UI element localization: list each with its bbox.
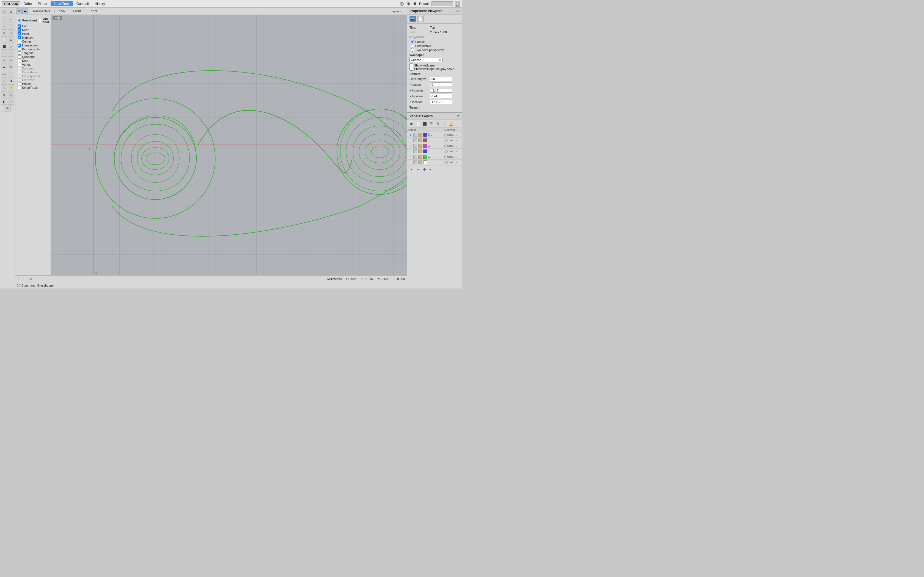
add-layer-btn[interactable]: + — [409, 166, 414, 172]
play-btn[interactable] — [399, 2, 404, 6]
grid-snap-btn[interactable]: Grid Snap — [2, 2, 20, 6]
zoom-out-btn[interactable]: − — [23, 277, 25, 280]
cplane-tool[interactable]: ⊕ — [1, 91, 7, 98]
solid-tool[interactable]: ⬛ — [1, 43, 7, 50]
layer-cube-icon[interactable]: ⬛ — [422, 121, 428, 127]
line-tool[interactable]: / — [8, 16, 14, 22]
lens-input[interactable] — [430, 77, 452, 81]
layer-row[interactable]: ○ L... ◯ Conti... ⬩ — [407, 143, 462, 149]
prop-icon-camera[interactable]: 📷 — [409, 16, 416, 22]
pan-tool[interactable]: ✋ — [8, 84, 14, 91]
layer-row[interactable]: ○ L... ◯ Conti... ⬩ — [407, 160, 462, 165]
show-wallpaper-check[interactable] — [409, 63, 413, 67]
record-btn[interactable] — [406, 2, 411, 6]
zoom-in-btn[interactable]: + — [17, 277, 19, 280]
rectangle-tool[interactable]: ▭ — [1, 29, 7, 36]
snap-knot-check[interactable] — [18, 59, 21, 62]
one-shot-radio[interactable] — [38, 19, 42, 22]
dimension-tool[interactable]: ⟺ — [1, 71, 7, 77]
text-tool[interactable]: T — [8, 71, 14, 77]
layer-row[interactable]: ○ L... ◯ Conti... ⬩ — [407, 149, 462, 154]
offset-tool[interactable]: ⊂ — [8, 50, 14, 56]
ortho-btn[interactable]: Ortho — [21, 2, 35, 6]
viewport-single-layout-btn[interactable]: ▬ — [22, 8, 28, 14]
layer-bell-icon[interactable]: 🔔 — [448, 121, 454, 127]
surface-tool[interactable]: ⬜ — [1, 36, 7, 43]
transform-tool[interactable]: ⤢ — [8, 43, 14, 50]
mesh-tool[interactable]: ⊞ — [8, 36, 14, 43]
snap-end-check[interactable] — [18, 24, 21, 28]
curve-tool[interactable]: ⌒ — [1, 16, 7, 22]
layouts-btn[interactable]: Layouts... — [388, 9, 406, 13]
select-tool[interactable]: ↖ — [1, 9, 7, 15]
radio-parallel-input[interactable] — [410, 40, 414, 44]
mirror-tool[interactable]: ⇌ — [1, 64, 7, 70]
trim-tool[interactable]: ✂ — [1, 57, 7, 63]
prop-icon-document[interactable]: 📄 — [417, 16, 424, 22]
layer-help-icon[interactable]: ? — [441, 121, 447, 127]
zoom-tool[interactable]: 🔍 — [1, 84, 7, 91]
arc-tool[interactable]: ◜ — [8, 23, 14, 29]
snap-center-check[interactable] — [18, 40, 21, 43]
zoom-settings-btn[interactable]: ⚙ — [30, 277, 32, 280]
point-tool[interactable]: ·⊕ — [8, 9, 14, 15]
cplane-display[interactable]: CPlane — [346, 277, 356, 280]
snap-tangent-check[interactable] — [18, 52, 21, 55]
viewport-grid-layout-btn[interactable]: ⊞ — [16, 8, 22, 14]
snap-on-poly-check[interactable] — [18, 74, 21, 78]
show-gray-check[interactable] — [409, 67, 413, 71]
layer-table-icon[interactable]: ☰ — [428, 121, 434, 127]
snap-on-mesh-check[interactable] — [18, 78, 21, 82]
snap-tool[interactable]: 🔒 — [8, 91, 14, 98]
snap-on-surface-check[interactable] — [18, 71, 21, 74]
rotation-input[interactable] — [430, 82, 452, 87]
fillet-tool[interactable]: ⌒ — [1, 50, 7, 56]
snap-near-check[interactable] — [18, 28, 21, 32]
snap-intersection-check[interactable] — [18, 44, 21, 47]
tab-front[interactable]: Front — [70, 9, 84, 14]
snap-on-curve-check[interactable] — [18, 67, 21, 70]
z-location-input[interactable] — [430, 100, 452, 104]
radio-two-point-input[interactable] — [410, 48, 414, 52]
radio-perspective-input[interactable] — [410, 44, 414, 48]
stop-btn[interactable] — [412, 2, 417, 6]
snap-vertex-check[interactable] — [18, 63, 21, 66]
extend-tool[interactable]: → — [8, 57, 14, 63]
tab-top[interactable]: Top — [55, 9, 68, 14]
gumball-btn[interactable]: Gumball — [74, 2, 92, 6]
remove-layer-btn[interactable]: − — [415, 166, 421, 172]
persistent-radio[interactable] — [18, 19, 21, 22]
layer-settings-btn[interactable]: ⚙ — [422, 166, 428, 172]
array-tool[interactable]: ⊞ — [8, 64, 14, 70]
layer-tool[interactable]: ◧ — [1, 98, 7, 105]
layer-row[interactable]: ● D... ◯ Conti... ⬩ — [407, 132, 462, 138]
snap-project-check[interactable] — [18, 82, 21, 85]
tab-right[interactable]: Right — [86, 9, 100, 14]
circle-tool[interactable]: ○ — [1, 23, 7, 29]
snap-point-check[interactable] — [18, 32, 21, 35]
planar-btn[interactable]: Planar — [35, 2, 50, 6]
layer-doc-icon[interactable]: 📄 — [415, 121, 421, 127]
layers-gear-icon[interactable]: ⚙ — [456, 114, 460, 118]
properties-gear-icon[interactable]: ⚙ — [456, 9, 460, 13]
layer-row[interactable]: ○ L... ◯ Conti... ⬩ — [407, 138, 462, 143]
layer-monitor-icon[interactable]: 🖥 — [435, 121, 441, 127]
wallpaper-select[interactable]: Choose... — [409, 58, 443, 62]
default-dropdown[interactable] — [431, 2, 453, 6]
visibility-tool[interactable]: ○ — [8, 98, 14, 105]
snap-smarttrack-check[interactable] — [18, 86, 21, 89]
history-btn[interactable]: History — [92, 2, 108, 6]
y-location-input[interactable] — [430, 94, 452, 98]
move-tool-2[interactable]: ✛ — [4, 105, 11, 111]
tab-perspective[interactable]: Perspective — [30, 9, 53, 14]
analyze-tool[interactable]: 📐 — [1, 77, 7, 84]
smarttrack-btn[interactable]: SmartTrack — [51, 2, 73, 6]
x-location-input[interactable] — [430, 88, 452, 93]
viewport-canvas[interactable]: Top — [51, 15, 407, 275]
render-tool[interactable]: ◑ — [8, 77, 14, 84]
layer-row[interactable]: ○ L... ◯ Conti... ⬩ — [407, 154, 462, 160]
expand-btn[interactable]: ⛶ — [455, 1, 460, 6]
snap-perp-check[interactable] — [18, 48, 21, 51]
polygon-tool[interactable]: ⬡ — [8, 29, 14, 36]
snap-midpoint-check[interactable] — [18, 36, 21, 39]
